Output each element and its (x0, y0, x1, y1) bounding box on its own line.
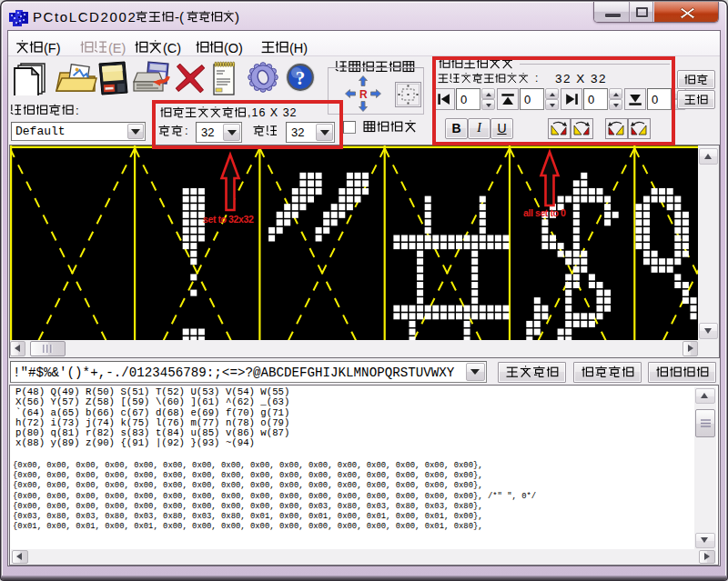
svg-text:-(: -( (175, 9, 184, 25)
svg-text:(F): (F) (44, 41, 61, 55)
svg-text:(C): (C) (163, 41, 181, 55)
svg-text:PCtoLCD2002: PCtoLCD2002 (33, 9, 136, 25)
svg-text:R: R (359, 88, 368, 101)
svg-text:(E): (E) (108, 41, 126, 55)
svg-text:(H): (H) (289, 41, 308, 55)
svg-text:set to 32x32: set to 32x32 (203, 214, 254, 225)
svg-text:?: ? (296, 67, 306, 89)
svg-text:all set to 0: all set to 0 (523, 207, 566, 218)
svg-text:): ) (235, 9, 239, 25)
svg-text:(O): (O) (224, 41, 243, 55)
svg-text::: : (76, 104, 79, 117)
